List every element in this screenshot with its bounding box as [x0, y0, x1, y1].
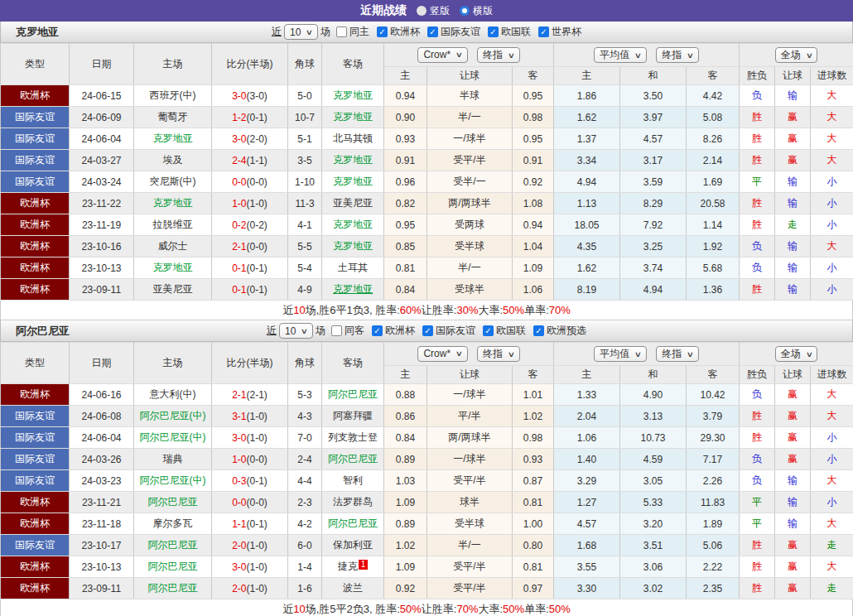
league-badge: 国际友谊: [1, 128, 70, 150]
avg-away: 3.79: [687, 406, 740, 427]
sub-away-odds: 客: [513, 67, 554, 85]
same-venue-checkbox[interactable]: [331, 325, 342, 336]
league-label[interactable]: 国际友谊: [436, 324, 475, 338]
away-team: 捷克1: [322, 556, 384, 578]
match-score: 0-0(0-0): [212, 492, 288, 513]
avg-draw: 3.50: [620, 85, 687, 107]
league-badge: 国际友谊: [1, 406, 70, 427]
same-venue-checkbox[interactable]: [336, 26, 347, 37]
match-row: 国际友谊24-06-04阿尔巴尼亚(中)3-0(1-0)7-0列支敦士登0.84…: [1, 427, 853, 449]
away-team[interactable]: 克罗地亚: [322, 236, 384, 257]
odds-company-select[interactable]: Crow*∨: [417, 346, 467, 362]
sub-avg-draw: 和: [620, 366, 687, 384]
league-label[interactable]: 欧洲杯: [390, 25, 420, 39]
corner-score: 5-3: [288, 384, 322, 406]
chevron-down-icon: ∨: [634, 350, 642, 359]
sub-away-odds: 客: [513, 366, 554, 384]
sub-handicap: 让球: [427, 67, 513, 85]
league-checkbox[interactable]: ✓: [372, 325, 383, 336]
average-final-select[interactable]: 终指∨: [656, 47, 699, 63]
league-label[interactable]: 国际友谊: [441, 25, 480, 39]
layout-vertical-radio[interactable]: 竖版: [417, 4, 450, 18]
odds-final-select[interactable]: 终指∨: [477, 346, 520, 362]
league-checkbox[interactable]: ✓: [483, 325, 494, 336]
avg-away: 2.14: [687, 150, 740, 171]
home-team[interactable]: 阿尔巴尼亚: [134, 578, 212, 599]
home-team[interactable]: 克罗地亚: [134, 193, 212, 214]
average-final-select[interactable]: 终指∨: [656, 346, 699, 362]
col-home: 主场: [134, 44, 212, 85]
away-team[interactable]: 克罗地亚: [322, 107, 384, 128]
home-team[interactable]: 阿尔巴尼亚(中): [134, 470, 212, 492]
match-date: 23-11-19: [70, 214, 134, 236]
result-handicap: 输: [775, 470, 811, 492]
team-section: 克罗地亚 近 10∨ 场 同主 ✓欧洲杯✓国际友谊✓欧国联✓世界杯 类型 日期 …: [0, 22, 853, 320]
page-title: 近期战绩: [360, 3, 407, 18]
chevron-down-icon: ∨: [805, 350, 812, 359]
away-team[interactable]: 克罗地亚: [322, 85, 384, 107]
match-count-select[interactable]: 10∨: [279, 323, 313, 339]
same-venue-label[interactable]: 同主: [349, 25, 369, 39]
league-checkbox[interactable]: ✓: [377, 26, 388, 37]
league-label[interactable]: 欧国联: [501, 25, 531, 39]
home-team[interactable]: 阿尔巴尼亚: [134, 535, 212, 556]
league-label[interactable]: 世界杯: [552, 25, 581, 39]
result-goals: 小: [811, 193, 853, 214]
corner-score: 2-3: [288, 492, 322, 513]
odds-home: 0.93: [384, 128, 427, 150]
home-team[interactable]: 阿尔巴尼亚: [134, 556, 212, 578]
col-corner: 角球: [288, 44, 322, 85]
league-checkbox[interactable]: ✓: [488, 26, 499, 37]
league-label[interactable]: 欧洲杯: [385, 324, 415, 338]
match-row: 欧洲杯23-10-13阿尔巴尼亚3-0(1-0)1-4捷克11.09受平/半0.…: [1, 556, 853, 578]
league-checkbox[interactable]: ✓: [538, 26, 549, 37]
league-badge: 国际友谊: [1, 150, 70, 171]
avg-home: 1.27: [554, 492, 620, 513]
away-team[interactable]: 克罗地亚: [322, 214, 384, 236]
away-team[interactable]: 阿尔巴尼亚: [322, 513, 384, 535]
odds-away: 1.06: [513, 279, 554, 301]
odds-handicap: 受半球: [427, 236, 513, 257]
average-select[interactable]: 平均值∨: [594, 346, 647, 362]
home-team[interactable]: 阿尔巴尼亚: [134, 492, 212, 513]
away-team[interactable]: 阿尔巴尼亚: [322, 384, 384, 406]
near-link[interactable]: 近: [272, 25, 282, 39]
match-date: 24-06-04: [70, 427, 134, 449]
match-date: 24-06-09: [70, 107, 134, 128]
home-team[interactable]: 阿尔巴尼亚(中): [134, 406, 212, 427]
home-team[interactable]: 克罗地亚: [134, 257, 212, 279]
summary-segment: 近: [282, 303, 293, 318]
home-team[interactable]: 克罗地亚: [134, 128, 212, 150]
near-link[interactable]: 近: [267, 324, 277, 338]
sub-handicap-result: 让球: [775, 67, 811, 85]
league-checkbox[interactable]: ✓: [427, 26, 438, 37]
odds-away: 0.80: [513, 535, 554, 556]
league-checkbox[interactable]: ✓: [533, 325, 544, 336]
league-badge: 欧洲杯: [1, 556, 70, 578]
odds-home: 0.92: [384, 578, 427, 599]
avg-away: 1.14: [687, 214, 740, 236]
away-team[interactable]: 克罗地亚: [322, 279, 384, 301]
odds-handicap: 半球: [427, 85, 513, 107]
average-select[interactable]: 平均值∨: [594, 47, 647, 63]
league-label[interactable]: 欧洲预选: [547, 324, 586, 338]
layout-horizontal-radio[interactable]: 横版: [460, 4, 493, 18]
league-label[interactable]: 欧国联: [496, 324, 526, 338]
away-team[interactable]: 克罗地亚: [322, 171, 384, 193]
odds-handicap: 受半/一: [427, 171, 513, 193]
result-handicap: 赢: [775, 449, 811, 470]
away-team[interactable]: 克罗地亚: [322, 150, 384, 171]
scope-select[interactable]: 全场∨: [775, 346, 818, 362]
odds-final-select[interactable]: 终指∨: [477, 47, 520, 63]
away-team[interactable]: 阿尔巴尼亚: [322, 449, 384, 470]
result-handicap: 赢: [775, 427, 811, 449]
league-checkbox[interactable]: ✓: [422, 325, 433, 336]
result-handicap: 输: [775, 513, 811, 535]
scope-select[interactable]: 全场∨: [775, 47, 818, 63]
same-venue-label[interactable]: 同客: [345, 324, 364, 338]
match-count-select[interactable]: 10∨: [284, 24, 318, 40]
avg-away: 8.26: [687, 128, 740, 150]
home-team[interactable]: 阿尔巴尼亚(中): [134, 427, 212, 449]
avg-draw: 3.02: [620, 578, 687, 599]
odds-company-select[interactable]: Crow*∨: [417, 47, 467, 63]
